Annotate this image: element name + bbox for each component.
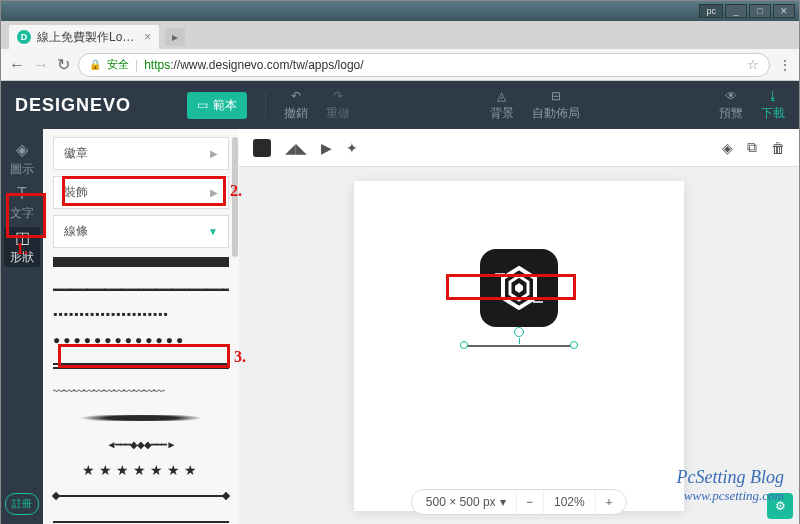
template-icon: ▭ xyxy=(197,98,208,112)
register-button[interactable]: 註冊 xyxy=(5,493,39,515)
category-line[interactable]: 線條 ▼ xyxy=(53,215,229,248)
canvas-size-label: 500 × 500 px xyxy=(426,495,496,509)
annotation-label-2: 2. xyxy=(230,182,242,200)
download-icon: ⭳ xyxy=(767,89,779,103)
category-line-label: 線條 xyxy=(64,223,88,240)
rotate-handle[interactable] xyxy=(514,327,524,337)
browser-tab[interactable]: D 線上免費製作Logo，定 × xyxy=(9,25,159,49)
flip-horizontal-icon[interactable]: ◢◣ xyxy=(285,140,307,156)
shapes-panel: 徽章 ▶ 裝飾 ▶ 線條 ▼ ▬▬▬▬▬▬▬▬▬▬▬▬ ▪▪▪▪▪▪▪▪▪▪▪▪… xyxy=(43,129,239,524)
secure-label: 安全 xyxy=(107,57,129,72)
window-close-button[interactable]: ✕ xyxy=(773,4,795,18)
zoom-out-button[interactable]: − xyxy=(517,490,544,514)
rail-icon-tab[interactable]: ◈ 圖示 xyxy=(4,139,40,179)
svg-marker-2 xyxy=(515,283,523,293)
line-shapes-list: ▬▬▬▬▬▬▬▬▬▬▬▬ ▪▪▪▪▪▪▪▪▪▪▪▪▪▪▪▪▪▪▪▪▪▪ ●●●●… xyxy=(53,254,229,524)
tab-title: 線上免費製作Logo，定 xyxy=(37,29,138,46)
shape-misc[interactable] xyxy=(53,514,229,524)
download-button[interactable]: ⭳ 下載 xyxy=(761,89,785,122)
shape-dots[interactable]: ●●●●●●●●●●●●● xyxy=(53,332,229,348)
window-maximize-button[interactable]: □ xyxy=(749,4,771,18)
nav-forward-button[interactable]: → xyxy=(33,56,49,74)
browser-menu-icon[interactable]: ⋮ xyxy=(778,57,791,73)
color-swatch[interactable] xyxy=(253,139,271,157)
logo-hexagon-element[interactable] xyxy=(480,249,558,327)
shape-diamond-divider[interactable]: ◄━━━◆◆◆━━━► xyxy=(53,436,229,452)
hexagon-icon xyxy=(495,264,543,312)
selected-line-element[interactable] xyxy=(464,345,574,347)
zoom-bar: 500 × 500 px ▾ − 102% + xyxy=(411,489,627,515)
rail-text-label: 文字 xyxy=(10,205,34,222)
app-root: DESIGNEVO ▭ 範本 ↶ 撤銷 ↷ 重做 ◬ 背景 ⊟ 自動佈局 xyxy=(1,81,799,524)
delete-icon[interactable]: 🗑 xyxy=(771,140,785,156)
left-rail: ◈ 圖示 T 文字 ◫ 形狀 註冊 xyxy=(1,129,43,524)
category-badge-label: 徽章 xyxy=(64,145,88,162)
shape-thin-diamond[interactable] xyxy=(53,488,229,504)
shape-solid-thick[interactable] xyxy=(53,254,229,270)
shape-taper[interactable] xyxy=(53,410,229,426)
preview-button[interactable]: 👁 預覽 xyxy=(719,89,743,122)
tab-favicon-icon: D xyxy=(17,30,31,44)
window-title-bar: pc _ □ ✕ xyxy=(1,1,799,21)
redo-button[interactable]: ↷ 重做 xyxy=(326,89,350,122)
copy-icon[interactable]: ⧉ xyxy=(747,139,757,156)
pc-label: pc xyxy=(699,4,723,18)
effects-icon[interactable]: ✦ xyxy=(346,140,358,156)
nav-back-button[interactable]: ← xyxy=(9,56,25,74)
watermark-title: PcSetting Blog xyxy=(677,467,784,488)
design-canvas[interactable] xyxy=(354,181,684,511)
rail-icon-label: 圖示 xyxy=(10,161,34,178)
download-label: 下載 xyxy=(761,105,785,122)
background-button[interactable]: ◬ 背景 xyxy=(490,89,514,122)
category-badge[interactable]: 徽章 ▶ xyxy=(53,137,229,170)
resize-handle-right[interactable] xyxy=(570,341,578,349)
lock-icon: 🔒 xyxy=(89,59,101,70)
new-tab-button[interactable]: ▸ xyxy=(165,28,185,46)
shape-double-line[interactable] xyxy=(53,358,229,374)
window-minimize-button[interactable]: _ xyxy=(725,4,747,18)
shape-dash-large[interactable]: ▬▬▬▬▬▬▬▬▬▬▬▬ xyxy=(53,280,229,296)
shape-stars[interactable]: ★★★★★★★ xyxy=(53,462,229,478)
background-label: 背景 xyxy=(490,105,514,122)
flip-vertical-icon[interactable]: ▶ xyxy=(321,140,332,156)
chevron-right-icon: ▶ xyxy=(210,148,218,159)
template-button[interactable]: ▭ 範本 xyxy=(187,92,247,119)
shape-dash-small[interactable]: ▪▪▪▪▪▪▪▪▪▪▪▪▪▪▪▪▪▪▪▪▪▪ xyxy=(53,306,229,322)
redo-icon: ↷ xyxy=(333,89,343,103)
preview-label: 預覽 xyxy=(719,105,743,122)
autolayout-button[interactable]: ⊟ 自動佈局 xyxy=(532,89,580,122)
eye-icon: 👁 xyxy=(725,89,737,103)
zoom-label: 102% xyxy=(554,495,585,509)
chevron-down-icon: ▾ xyxy=(500,495,506,509)
bookmark-star-icon[interactable]: ☆ xyxy=(747,57,759,72)
rail-bottom: 註冊 xyxy=(5,493,39,515)
chevron-down-icon: ▼ xyxy=(208,226,218,237)
app-logo: DESIGNEVO xyxy=(15,95,131,116)
annotation-label-1: 1. xyxy=(16,240,28,258)
layers-icon[interactable]: ◈ xyxy=(722,140,733,156)
category-decor[interactable]: 裝飾 ▶ xyxy=(53,176,229,209)
zoom-in-button[interactable]: + xyxy=(596,490,622,514)
undo-button[interactable]: ↶ 撤銷 xyxy=(284,89,308,122)
template-label: 範本 xyxy=(213,97,237,114)
shape-wave[interactable]: 〰〰〰〰〰〰〰〰〰〰〰 xyxy=(53,384,229,400)
canvas-area: ◢◣ ▶ ✦ ◈ ⧉ 🗑 xyxy=(239,129,799,524)
undo-label: 撤銷 xyxy=(284,105,308,122)
text-icon: T xyxy=(17,185,27,203)
autolayout-label: 自動佈局 xyxy=(532,105,580,122)
redo-label: 重做 xyxy=(326,105,350,122)
canvas-toolbar: ◢◣ ▶ ✦ ◈ ⧉ 🗑 xyxy=(239,129,799,167)
app-header: DESIGNEVO ▭ 範本 ↶ 撤銷 ↷ 重做 ◬ 背景 ⊟ 自動佈局 xyxy=(1,81,799,129)
undo-icon: ↶ xyxy=(291,89,301,103)
canvas-size-dropdown[interactable]: 500 × 500 px ▾ xyxy=(416,490,517,514)
nav-reload-button[interactable]: ↻ xyxy=(57,55,70,74)
watermark: PcSetting Blog www.pcsetting.com xyxy=(677,467,784,504)
tab-close-icon[interactable]: × xyxy=(144,30,151,44)
resize-handle-left[interactable] xyxy=(460,341,468,349)
url-input[interactable]: 🔒 安全 | https://www.designevo.com/tw/apps… xyxy=(78,53,770,77)
zoom-level[interactable]: 102% xyxy=(544,490,596,514)
rail-text-tab[interactable]: T 文字 xyxy=(4,183,40,223)
browser-tab-bar: D 線上免費製作Logo，定 × ▸ xyxy=(1,21,799,49)
address-bar: ← → ↻ 🔒 安全 | https://www.designevo.com/t… xyxy=(1,49,799,81)
chevron-right-icon: ▶ xyxy=(210,187,218,198)
